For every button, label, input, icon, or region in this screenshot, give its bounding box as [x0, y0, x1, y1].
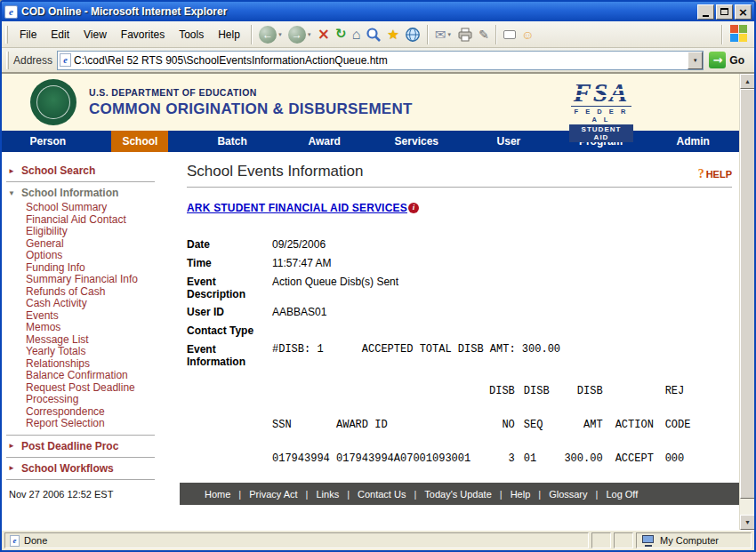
go-button[interactable]: → Go — [704, 52, 752, 68]
menu-help[interactable]: Help — [211, 25, 247, 44]
sidebar-item-yearly-totals[interactable]: Yearly Totals — [26, 346, 180, 358]
toolbar-grip — [5, 26, 8, 44]
ed-seal-inner — [36, 85, 70, 119]
field-label: Event Description — [187, 276, 272, 300]
sidebar-section-school-workflows[interactable]: ► School Workflows — [2, 460, 180, 476]
sidebar-item-school-summary[interactable]: School Summary — [26, 202, 180, 214]
page-filler — [2, 505, 739, 530]
sidebar-item-cash-activity[interactable]: Cash Activity — [26, 298, 180, 310]
menu-favorites[interactable]: Favorites — [114, 25, 172, 44]
footer-link-privacy-act[interactable]: Privacy Act — [249, 489, 297, 500]
scroll-down-button[interactable]: ▼ — [740, 515, 754, 530]
table-header-cell: CODE — [655, 408, 701, 442]
nav-tab-award[interactable]: Award — [278, 131, 371, 152]
sidebar-item-events[interactable]: Events — [26, 310, 180, 323]
menu-view[interactable]: View — [76, 25, 114, 44]
home-button[interactable]: ⌂ — [350, 23, 364, 46]
school-name-link[interactable]: ARK STUDENT FINANCIAL AID SERVICES — [187, 202, 407, 214]
sidebar-item-financial-aid-contact[interactable]: Financial Aid Contact — [26, 214, 180, 227]
forward-button[interactable]: → ▼ — [286, 23, 315, 46]
address-input[interactable] — [71, 54, 688, 67]
document-icon: e — [10, 535, 20, 547]
edit-icon: ✎ — [479, 28, 489, 42]
menu-edit[interactable]: Edit — [44, 25, 76, 44]
nav-tab-person[interactable]: Person — [2, 131, 94, 152]
print-button[interactable] — [454, 23, 476, 46]
edit-button[interactable]: ✎ — [476, 23, 492, 46]
vertical-scrollbar[interactable]: ▲ ▼ — [739, 74, 754, 530]
search-button[interactable] — [363, 23, 384, 46]
refresh-button[interactable]: ↻ — [333, 23, 350, 46]
history-button[interactable] — [402, 23, 423, 46]
sidebar-item-report-selection[interactable]: Report Selection — [26, 418, 180, 430]
sidebar-item-options[interactable]: Options — [26, 250, 180, 262]
favorites-button[interactable]: ★ — [384, 23, 401, 46]
back-button[interactable]: ← ▼ — [256, 23, 286, 46]
footer-links-bar: Home | Privacy Act | Links | Contact Us … — [180, 483, 739, 505]
content-body: ► School Search ▼ School Information Sch… — [2, 152, 739, 483]
sidebar-item-processing[interactable]: Processing — [26, 394, 180, 406]
discuss-button[interactable] — [501, 23, 519, 46]
sidebar-section-school-search[interactable]: ► School Search — [2, 163, 180, 179]
nav-tab-batch[interactable]: Batch — [186, 131, 278, 152]
field-label: Time — [187, 258, 272, 270]
footer-link-todays-update[interactable]: Today's Update — [424, 489, 491, 500]
menu-file[interactable]: File — [12, 25, 44, 44]
print-icon — [457, 28, 473, 42]
discuss-icon — [503, 30, 516, 39]
sidebar-divider — [6, 435, 155, 436]
minimize-button[interactable] — [697, 4, 714, 20]
toolbar-separator — [495, 25, 497, 44]
status-panel-spacer — [614, 532, 633, 548]
sidebar-section-post-deadline-proc[interactable]: ► Post Deadline Proc — [2, 438, 180, 454]
scrollbar-thumb[interactable] — [740, 89, 754, 499]
nav-tab-services[interactable]: Services — [371, 131, 463, 152]
field-row-contact-type: Contact Type — [187, 325, 732, 338]
close-button[interactable]: × — [735, 4, 752, 20]
info-icon[interactable]: i — [408, 203, 419, 213]
menu-tools[interactable]: Tools — [172, 25, 211, 44]
sidebar-item-relationships[interactable]: Relationships — [26, 358, 180, 371]
field-value: Action Queue Disb(s) Sent — [272, 276, 398, 300]
stop-button[interactable]: × — [315, 23, 333, 46]
event-fields: Date 09/25/2006 Time 11:57:47 AM Event D… — [187, 239, 732, 368]
scroll-up-button[interactable]: ▲ — [740, 74, 754, 89]
sidebar-section-label: Post Deadline Proc — [21, 440, 118, 452]
sidebar-item-message-list[interactable]: Message List — [26, 334, 180, 347]
help-button[interactable]: ? HELP — [698, 168, 732, 180]
maximize-button[interactable] — [716, 4, 733, 20]
footer-link-contact-us[interactable]: Contact Us — [358, 489, 406, 500]
sidebar-item-eligibility[interactable]: Eligibility — [26, 226, 180, 238]
table-header-cell: AMT — [550, 408, 603, 442]
sidebar-sublist: School Summary Financial Aid Contact Eli… — [2, 201, 180, 432]
nav-tab-admin[interactable]: Admin — [647, 131, 739, 152]
nav-tab-school[interactable]: School — [94, 131, 187, 152]
agency-name: U.S. DEPARTMENT OF EDUCATION — [89, 87, 413, 98]
sidebar-item-correspondence[interactable]: Correspondence — [26, 406, 180, 419]
footer-link-help[interactable]: Help — [511, 489, 531, 500]
address-dropdown-button[interactable]: ▼ — [688, 52, 703, 69]
footer-link-glossary[interactable]: Glossary — [549, 489, 587, 500]
fsa-student-aid-label: STUDENT AID — [569, 124, 633, 142]
footer-link-home[interactable]: Home — [205, 489, 230, 500]
ed-seal-logo — [30, 79, 76, 125]
table-header-cell: REJ — [655, 374, 701, 408]
sidebar-item-balance-confirmation[interactable]: Balance Confirmation — [26, 370, 180, 382]
table-header-cell — [336, 374, 489, 408]
nav-tab-user[interactable]: User — [462, 131, 555, 152]
search-icon — [366, 27, 382, 43]
sidebar-item-general[interactable]: General — [26, 238, 180, 251]
sidebar-item-refunds-of-cash[interactable]: Refunds of Cash — [26, 286, 180, 299]
sidebar-section-school-information[interactable]: ▼ School Information — [2, 185, 180, 201]
footer: Nov 27 2006 12:52 EST Home | Privacy Act… — [2, 483, 739, 505]
sidebar-item-summary-financial-info[interactable]: Summary Financial Info — [26, 274, 180, 286]
scroll-down-icon: ▼ — [744, 519, 751, 525]
sidebar-item-funding-info[interactable]: Funding Info — [26, 262, 180, 275]
sidebar-item-request-post-deadline[interactable]: Request Post Deadline — [26, 382, 180, 395]
mail-button[interactable]: ✉ ▼ — [432, 23, 455, 46]
table-header-cell: NO — [489, 408, 515, 442]
footer-link-links[interactable]: Links — [316, 489, 339, 500]
messenger-button[interactable]: ☺ — [519, 23, 536, 46]
footer-link-log-off[interactable]: Log Off — [606, 489, 638, 500]
sidebar-item-memos[interactable]: Memos — [26, 322, 180, 334]
